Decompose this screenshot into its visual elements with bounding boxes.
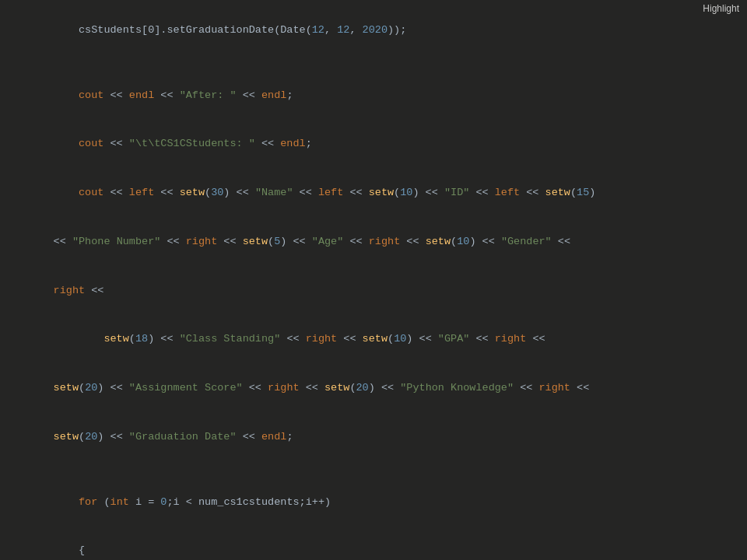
code-line-10: setw(20) << "Graduation Date" << endl;	[16, 413, 731, 462]
code-line-12: for (int i = 0;i < num_cs1cstudents;i++)	[16, 478, 731, 527]
code-line-6: << "Phone Number" << right << setw(5) <<…	[16, 218, 731, 267]
code-line-3: cout << endl << "After: " << endl;	[16, 72, 731, 121]
screen: Highlight csStudents[0].setGraduationDat…	[0, 0, 747, 560]
code-area: csStudents[0].setGraduationDate(Date(12,…	[0, 0, 747, 560]
code-line-9: setw(20) << "Assignment Score" << right …	[16, 364, 731, 413]
code-line-1: csStudents[0].setGraduationDate(Date(12,…	[16, 6, 731, 55]
code-line-13: {	[16, 527, 731, 561]
code-line-blank2	[16, 462, 731, 478]
code-line-blank1	[16, 55, 731, 72]
code-line-5: cout << left << setw(30) << "Name" << le…	[16, 169, 731, 218]
code-line-4: cout << "\t\tCS1CStudents: " << endl;	[16, 120, 731, 169]
code-line-7: right <<	[16, 267, 731, 316]
code-line-8: setw(18) << "Class Standing" << right <<…	[16, 316, 731, 365]
